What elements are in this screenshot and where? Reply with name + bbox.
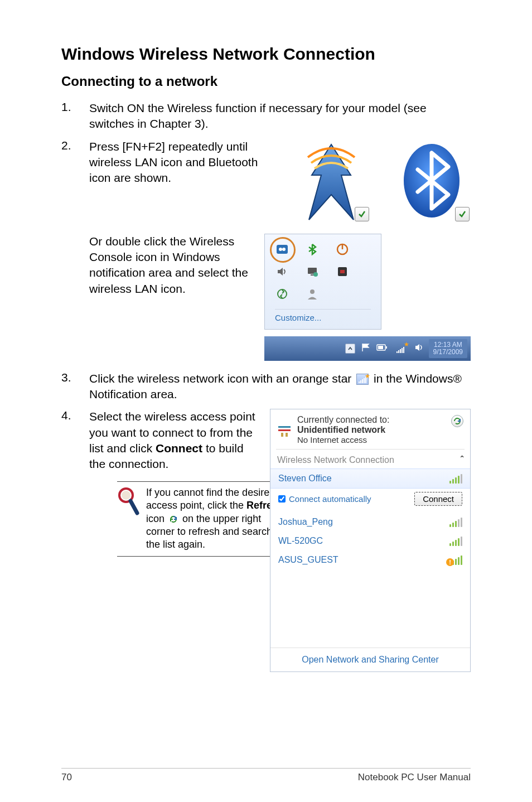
svg-point-3 [282,248,286,251]
check-badge-icon [355,207,369,221]
network-item[interactable]: WL-520GC [270,532,470,550]
clock-time: 12:13 AM [433,341,463,349]
step-1-text: Switch ON the Wireless function if neces… [89,100,471,132]
auto-connect-input[interactable] [278,495,286,503]
connect-automatically-checkbox[interactable]: Connect automatically [278,494,371,504]
step-1-number: 1. [61,100,78,114]
taskbar: ★ 12:13 AM 9/17/2009 [264,336,471,361]
flyout-refresh-button[interactable] [451,415,463,427]
step-2-number: 2. [61,139,78,152]
sub-title: Connecting to a network [61,74,471,89]
svg-rect-20 [278,426,291,428]
section-title: Windows Wireless Network Connection [61,45,471,64]
speaker-taskbar-icon[interactable] [414,342,424,355]
check-badge-icon [455,207,470,221]
svg-rect-22 [286,433,288,437]
svg-point-2 [279,248,282,251]
wireless-section-label: Wireless Network Connection [277,455,394,465]
step-4-text: Select the wireless access point you wan… [89,409,259,472]
magnifier-icon [117,486,139,552]
volume-tray-icon[interactable] [275,264,289,279]
svg-point-17 [122,491,130,500]
svg-rect-10 [340,270,345,273]
step-4-number: 4. [61,409,78,422]
svg-point-8 [313,272,318,277]
step-2b-text: Or double click the Wireless Console ico… [89,234,253,297]
wireless-console-icon[interactable] [275,242,289,257]
network-status-icon [277,415,292,439]
tip-box: If you cannot find the desired access po… [117,481,284,557]
step-2-text: Press [FN+F2] repeatedly until wireless … [89,139,281,186]
no-access-label: No Internet access [297,435,389,445]
manual-title: Notebook PC User Manual [358,772,471,783]
connected-to-label: Currently connected to: [297,415,389,425]
svg-rect-14 [386,346,387,349]
app-tray-icon[interactable] [335,264,350,279]
signal-icon [449,517,462,527]
flag-icon[interactable] [361,342,371,355]
network-item[interactable]: Joshua_Peng [270,513,470,532]
svg-line-18 [130,501,137,513]
monitor-tray-icon[interactable] [305,264,320,279]
network-name: Joshua_Peng [278,517,333,527]
network-name: ASUS_GUEST [278,555,338,565]
wireless-lan-logo [292,139,370,223]
clock-date: 9/17/2009 [433,349,463,356]
sync-tray-icon[interactable] [275,287,289,301]
open-network-center-link[interactable]: Open Network and Sharing Center [270,648,470,671]
bluetooth-logo [393,139,471,223]
bluetooth-tray-icon[interactable] [305,242,320,257]
signal-warning-icon [449,555,462,565]
page-number: 70 [61,772,72,783]
network-name: WL-520GC [278,536,323,546]
network-name: Steven Office [278,474,332,484]
battery-taskbar-icon[interactable] [376,344,388,354]
network-flyout: Currently connected to: Unidentified net… [270,409,471,672]
unidentified-network-label: Unidentified network [297,425,389,435]
systray-panel: Customize... ★ 12:13 AM 9 [264,234,471,361]
tray-overflow-button[interactable] [345,344,355,354]
network-taskbar-icon[interactable]: ★ [393,343,409,354]
refresh-icon [168,514,178,524]
step-3-number: 3. [61,371,78,384]
step-3-text: Click the wireless network icon with an … [89,371,471,403]
network-item[interactable]: ASUS_GUEST [270,550,470,569]
network-star-icon: ★ [356,374,369,385]
power-tray-icon[interactable] [335,242,350,257]
signal-icon [449,474,462,484]
user-tray-icon[interactable] [305,287,320,301]
taskbar-clock[interactable]: 12:13 AM 9/17/2009 [429,339,467,358]
svg-point-12 [310,289,315,294]
network-item-selected[interactable]: Steven Office [270,468,470,489]
signal-icon [449,536,462,546]
svg-rect-21 [281,433,283,437]
customize-link[interactable]: Customize... [275,309,371,325]
connect-button[interactable]: Connect [414,492,462,506]
tip-text: If you cannot find the desired access po… [146,486,284,552]
collapse-caret-icon[interactable]: ˆ [461,455,463,465]
svg-rect-19 [278,429,291,431]
svg-rect-15 [378,346,383,349]
